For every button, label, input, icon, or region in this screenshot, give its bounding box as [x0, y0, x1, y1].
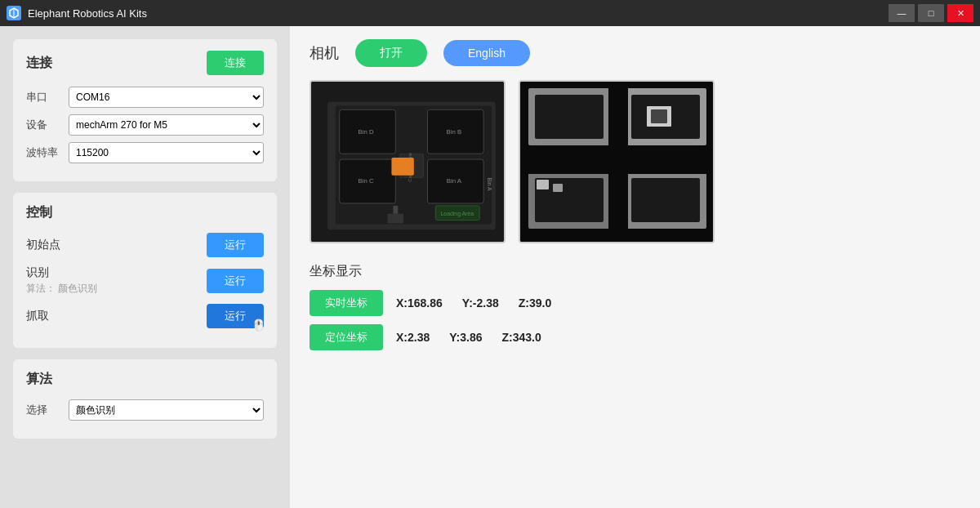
control-section: 控制 初始点 运行 识别 算法： 颜色识别 运行 抓取 运行 🖱️ — [13, 193, 277, 348]
svg-rect-19 — [393, 206, 398, 214]
baud-select[interactable]: 115200 9600 57600 — [69, 142, 264, 163]
camera-title: 相机 — [310, 43, 339, 63]
control-header: 控制 — [26, 204, 264, 221]
svg-text:Bin D: Bin D — [358, 128, 373, 136]
svg-text:Bin A: Bin A — [487, 178, 492, 191]
fixed-coord-button[interactable]: 定位坐标 — [310, 324, 383, 350]
svg-text:Bin C: Bin C — [358, 177, 373, 185]
grab-row: 抓取 运行 🖱️ — [26, 304, 264, 328]
algorithm-select-row: 选择 颜色识别 形状识别 目标检测 — [26, 399, 264, 421]
device-row: 设备 mechArm 270 for M5 myArm 300 Pi — [26, 114, 264, 136]
start-point-row: 初始点 运行 — [26, 233, 264, 257]
app-title: Elephant Robotics AI Kits — [28, 7, 147, 20]
titlebar-left: Elephant Robotics AI Kits — [7, 6, 147, 20]
minimize-button[interactable]: — — [889, 4, 915, 22]
svg-rect-31 — [651, 109, 667, 123]
realtime-coord-values: X:168.86 Y:-2.38 Z:39.0 — [396, 296, 551, 310]
recognize-label: 识别 — [26, 265, 97, 280]
start-point-run-button[interactable]: 运行 — [207, 233, 264, 257]
titlebar: Elephant Robotics AI Kits — □ ✕ — [0, 0, 980, 26]
port-label: 串口 — [26, 90, 69, 105]
svg-rect-24 — [535, 95, 604, 139]
algorithm-header: 算法 — [26, 371, 264, 388]
depth-camera-feed — [519, 80, 715, 243]
algorithm-title: 算法 — [26, 371, 52, 388]
control-title: 控制 — [26, 204, 52, 221]
connection-title: 连接 — [26, 55, 52, 72]
fixed-z: Z:343.0 — [501, 331, 541, 344]
start-point-label: 初始点 — [26, 238, 60, 252]
close-button[interactable]: ✕ — [947, 4, 973, 22]
color-camera-feed: Bin B Bin A Bin D Bin C Camera Zone — [310, 80, 506, 243]
realtime-x: X:168.86 — [396, 296, 443, 310]
left-panel: 连接 连接 串口 COM16 COM1 COM3 设备 mechArm 270 … — [0, 26, 290, 508]
recognize-sub-label: 算法： 颜色识别 — [26, 282, 97, 296]
maximize-button[interactable]: □ — [918, 4, 944, 22]
svg-rect-34 — [537, 180, 549, 189]
svg-rect-35 — [553, 184, 563, 192]
fixed-y: Y:3.86 — [449, 331, 482, 344]
open-camera-button[interactable]: 打开 — [355, 39, 427, 67]
grab-run-button[interactable]: 运行 🖱️ — [207, 304, 264, 328]
svg-text:Bin A: Bin A — [447, 177, 462, 185]
svg-rect-18 — [388, 214, 404, 224]
app-logo — [7, 6, 21, 20]
device-select[interactable]: mechArm 270 for M5 myArm 300 Pi — [69, 114, 264, 136]
fixed-coord-values: X:2.38 Y:3.86 Z:343.0 — [396, 331, 541, 344]
language-button[interactable]: English — [443, 40, 530, 66]
port-select[interactable]: COM16 COM1 COM3 — [69, 87, 264, 108]
recognize-label-group: 识别 算法： 颜色识别 — [26, 265, 97, 296]
right-panel: 相机 打开 English Bin B — [290, 26, 980, 508]
port-row: 串口 COM16 COM1 COM3 — [26, 87, 264, 108]
baud-row: 波特率 115200 9600 57600 — [26, 142, 264, 163]
connection-section: 连接 连接 串口 COM16 COM1 COM3 设备 mechArm 270 … — [13, 39, 277, 181]
coord-section: 坐标显示 实时坐标 X:168.86 Y:-2.38 Z:39.0 定位坐标 X… — [310, 263, 960, 359]
baud-label: 波特率 — [26, 145, 69, 160]
algorithm-select[interactable]: 颜色识别 形状识别 目标检测 — [69, 399, 264, 421]
svg-rect-33 — [520, 153, 715, 174]
recognize-run-button[interactable]: 运行 — [207, 269, 264, 293]
realtime-y: Y:-2.38 — [462, 296, 499, 310]
connect-button[interactable]: 连接 — [207, 51, 264, 75]
fixed-x: X:2.38 — [396, 331, 430, 344]
svg-rect-15 — [391, 158, 413, 176]
coord-section-title: 坐标显示 — [310, 263, 960, 280]
algorithm-section: 算法 选择 颜色识别 形状识别 目标检测 — [13, 359, 277, 439]
connection-header: 连接 连接 — [26, 51, 264, 75]
tray-scene-svg: Bin B Bin A Bin D Bin C Camera Zone — [311, 82, 504, 242]
svg-rect-29 — [631, 178, 700, 222]
grab-label: 抓取 — [26, 309, 49, 323]
algorithm-select-label: 选择 — [26, 403, 69, 417]
realtime-z: Z:39.0 — [519, 296, 551, 310]
recognize-row: 识别 算法： 颜色识别 运行 — [26, 265, 264, 296]
camera-images: Bin B Bin A Bin D Bin C Camera Zone — [310, 80, 960, 243]
device-label: 设备 — [26, 118, 69, 132]
realtime-coord-button[interactable]: 实时坐标 — [310, 290, 383, 316]
main-content: 连接 连接 串口 COM16 COM1 COM3 设备 mechArm 270 … — [0, 26, 980, 508]
fixed-coord-row: 定位坐标 X:2.38 Y:3.86 Z:343.0 — [310, 324, 960, 350]
window-controls: — □ ✕ — [889, 4, 973, 22]
svg-text:Bin B: Bin B — [446, 128, 461, 136]
realtime-coord-row: 实时坐标 X:168.86 Y:-2.38 Z:39.0 — [310, 290, 960, 316]
svg-text:Loading Area: Loading Area — [441, 211, 474, 217]
camera-header: 相机 打开 English — [310, 39, 960, 67]
